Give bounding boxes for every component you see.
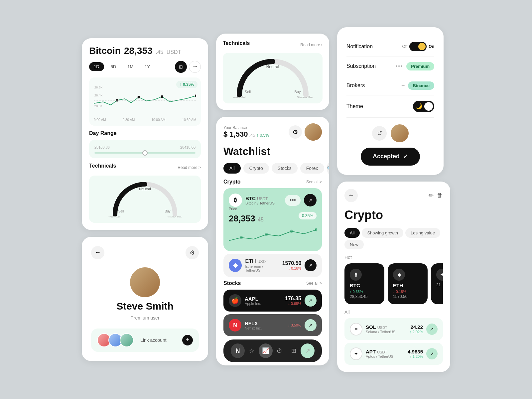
technicals-top-card: Technicals Read more › Neutral Sell Buy … — [216, 34, 329, 110]
bitcoin-card: Bitcoin 28,353 .45 USDT 1D 5D 1M 1Y ⊞ 〜 … — [82, 38, 208, 230]
brokers-add-icon[interactable]: + — [401, 82, 405, 89]
nav-up-btn[interactable]: ↗ — [301, 343, 315, 358]
btc-price-display: 28,353 .45 — [229, 211, 264, 224]
balance-change: ↑ 0.5% — [256, 133, 269, 138]
tab-crypto[interactable]: Crypto — [243, 163, 269, 174]
up-icon: ↑ — [256, 133, 258, 138]
nav-chart-btn[interactable]: 📈 — [259, 343, 273, 358]
tf-1y[interactable]: 1Y — [140, 62, 155, 71]
theme-toggle[interactable]: 🌙 — [413, 101, 434, 112]
tf-5d[interactable]: 5D — [106, 62, 121, 71]
linked-avatars — [97, 333, 131, 347]
nflx-company: Netflix Inc. — [245, 326, 262, 330]
tab-forex[interactable]: Forex — [300, 163, 324, 174]
eth-icon: ◆ — [229, 259, 242, 272]
candlestick-btn[interactable]: ⊞ — [175, 61, 187, 73]
apt-price-col: 4.9835 ↑ 1.20% — [408, 349, 423, 358]
btc-name: BTC USDT — [245, 196, 275, 201]
hot-eth-change: ↓ 0.18% — [393, 290, 422, 294]
svg-text:Strong Buy: Strong Buy — [168, 215, 182, 217]
avatar-row: ↺ — [372, 124, 409, 142]
range-thumb[interactable] — [142, 150, 148, 156]
tech-gauge: Neutral Sell Buy Strong Sell Strong Buy — [223, 53, 323, 103]
filter-losing[interactable]: Losing value — [405, 228, 440, 238]
bitcoin-title: Bitcoin — [89, 46, 121, 56]
tab-stocks[interactable]: Stocks — [272, 163, 298, 174]
nav-watchlist-btn[interactable]: ☆ — [245, 343, 259, 358]
balance-row: $ 1,530 .45 ↑ 0.5% — [223, 130, 269, 139]
aapl-icon: 🍎 — [229, 294, 241, 307]
filter-growth[interactable]: Showing growth — [362, 228, 403, 238]
chart-type-icons: ⊞ 〜 — [175, 61, 201, 73]
filter-all[interactable]: All — [344, 228, 360, 238]
delete-icon[interactable]: 🗑 — [437, 192, 443, 199]
tf-1d[interactable]: 1D — [89, 62, 104, 71]
tech-header: Technicals Read more › — [223, 40, 323, 50]
tech-gauge-svg: Neutral Sell Buy Strong Sell Strong Buy — [233, 58, 313, 98]
accepted-button[interactable]: Accepted ✓ — [361, 148, 420, 166]
toggle-off-label: Off — [402, 44, 408, 49]
apt-action-btn[interactable]: ↗ — [426, 348, 438, 359]
eth-price: 1570.50 ↓ 0.18% — [282, 260, 302, 270]
nflx-icon: N — [229, 319, 241, 332]
balance-info: Your Balance $ 1,530 .45 ↑ 0.5% — [223, 125, 269, 139]
apt-row: ✦ APT USDT Aptos / TetherUS 4.9835 ↑ 1.2… — [344, 343, 443, 365]
watchlist-search-btn[interactable]: 🔍 — [327, 162, 329, 174]
filter-new[interactable]: New — [344, 240, 364, 249]
refresh-button[interactable]: ↺ — [372, 126, 387, 141]
price-label: Price — [229, 207, 264, 211]
nflx-change: ↓ 3.50% — [288, 323, 301, 327]
nflx-action-btn[interactable]: ↗ — [305, 319, 317, 331]
aapl-price: 176.35 — [285, 296, 301, 302]
read-more-link[interactable]: Read more > — [178, 165, 201, 170]
svg-text:28.3K: 28.3K — [94, 104, 103, 108]
svg-text:Strong Buy: Strong Buy — [297, 96, 313, 98]
aapl-company: Apple Inc. — [245, 302, 261, 306]
range-high: 28418.00 — [180, 144, 196, 150]
crypto-back-btn[interactable]: ← — [344, 189, 358, 202]
watchlist-card: Your Balance $ 1,530 .45 ↑ 0.5% ⚙ Watchl… — [216, 117, 329, 365]
x-label-2: 10:00 AM — [151, 118, 165, 122]
watchlist-avatar — [305, 123, 322, 141]
nav-clock-btn[interactable]: ⏱ — [273, 343, 287, 358]
sol-action-btn[interactable]: ↗ — [426, 324, 438, 335]
line-chart-btn[interactable]: 〜 — [189, 61, 201, 73]
change-value: 0.35% — [183, 82, 194, 87]
svg-point-19 — [265, 233, 268, 236]
back-button[interactable]: ← — [91, 246, 104, 259]
stocks-see-all[interactable]: See all > — [306, 281, 322, 286]
sol-info: SOL USDT Solana / TetherUS — [366, 324, 406, 334]
watchlist-settings-btn[interactable]: ⚙ — [289, 125, 302, 139]
notification-row: Notification Off On — [346, 37, 434, 57]
settings-button[interactable]: ⚙ — [186, 246, 199, 259]
linked-accounts-row: Link account + — [91, 329, 199, 352]
nav-grid-btn[interactable]: ⊞ — [287, 343, 301, 358]
theme-row: Theme 🌙 — [346, 95, 434, 118]
notification-toggle[interactable] — [409, 42, 427, 51]
add-account-button[interactable]: + — [182, 335, 193, 345]
edit-icon[interactable]: ✏ — [429, 192, 434, 199]
bottom-nav: N ☆ 📈 ⏱ ⊞ ↗ — [223, 339, 322, 362]
settings-avatar — [391, 124, 409, 142]
tf-1m[interactable]: 1M — [123, 62, 138, 71]
watchlist-title: Watchlist — [216, 145, 329, 162]
apt-change: ↑ 1.20% — [408, 354, 423, 358]
eth-action-btn[interactable]: ↗ — [305, 259, 317, 271]
hot-btc-change: ↑ 0.35% — [350, 290, 379, 294]
btc-action-btn[interactable]: ↗ — [304, 194, 317, 206]
eth-name: ETH USDT — [245, 258, 279, 264]
nflx-info: NFLX Netflix Inc. — [245, 321, 262, 330]
btc-more-btn[interactable]: ••• — [285, 195, 301, 206]
tab-all[interactable]: All — [223, 163, 241, 174]
sol-price: 24.22 — [410, 324, 423, 330]
hot-btc-icon: ₿ — [350, 269, 362, 281]
crypto-see-all[interactable]: See all > — [306, 180, 322, 184]
aapl-row: 🍎 AAPL Apple Inc. 176.35 ↓ 0.68% ↗ — [223, 290, 322, 312]
aapl-action-btn[interactable]: ↗ — [305, 295, 317, 307]
tech-read-more[interactable]: Read more › — [300, 43, 323, 47]
subscription-more-icon[interactable]: ••• — [396, 63, 403, 69]
bitcoin-header: Bitcoin 28,353 .45 USDT — [89, 46, 201, 56]
subscription-label: Subscription — [346, 63, 376, 69]
apt-price: 4.9835 — [408, 349, 423, 354]
hot-label: Hot — [344, 255, 443, 260]
